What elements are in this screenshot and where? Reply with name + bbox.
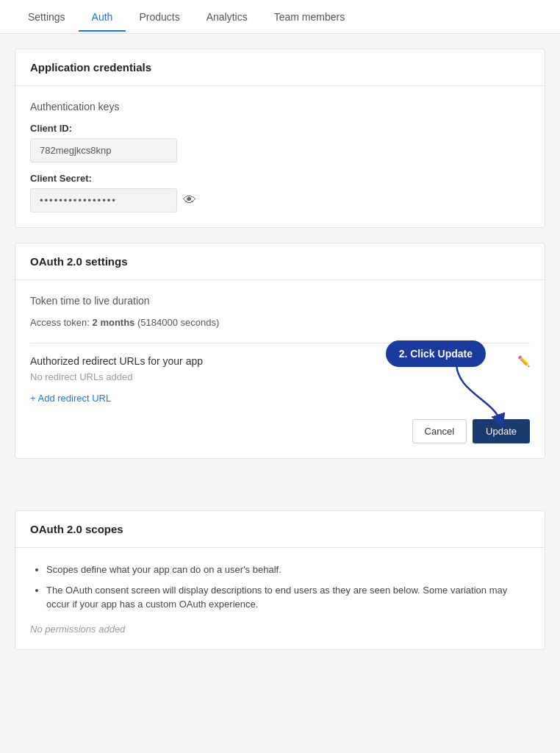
redirect-annotation-container: 2. Click Update Authorized redirect URLs…: [30, 355, 530, 443]
scope-item-1: Scopes define what your app can do on a …: [46, 563, 530, 577]
client-id-label: Client ID:: [30, 123, 530, 134]
client-secret-label: Client Secret:: [30, 173, 530, 184]
access-token-secondary: (5184000 seconds): [137, 317, 219, 328]
nav-item-team-members[interactable]: Team members: [261, 2, 358, 32]
top-navigation: Settings Auth Products Analytics Team me…: [0, 0, 560, 34]
nav-item-auth[interactable]: Auth: [79, 2, 126, 32]
oauth-settings-card: OAuth 2.0 settings Token time to live du…: [15, 243, 545, 459]
update-button[interactable]: Update: [473, 419, 530, 443]
toggle-secret-icon[interactable]: 👁: [183, 193, 196, 208]
app-credentials-card: Application credentials Authentication k…: [15, 49, 545, 228]
nav-item-settings[interactable]: Settings: [15, 2, 79, 32]
oauth-scopes-card: OAuth 2.0 scopes Scopes define what your…: [15, 510, 545, 650]
app-credentials-header: Application credentials: [15, 49, 545, 86]
annotation-bubble-2: 2. Click Update: [386, 340, 486, 367]
action-buttons-row: Cancel Update: [30, 419, 530, 443]
client-secret-value: ••••••••••••••••: [30, 188, 177, 213]
scope-item-2: The OAuth consent screen will display de…: [46, 583, 530, 612]
add-redirect-url-button[interactable]: + Add redirect URL: [30, 393, 111, 404]
scopes-list: Scopes define what your app can do on a …: [30, 563, 530, 612]
access-token-label: Access token: 2 months (5184000 seconds): [30, 317, 530, 328]
edit-icon[interactable]: ✏️: [517, 355, 530, 367]
token-duration-label: Token time to live duration: [30, 295, 530, 307]
client-id-value: 782megjkcs8knp: [30, 138, 177, 163]
nav-item-products[interactable]: Products: [126, 2, 193, 32]
no-permissions-label: No permissions added: [30, 624, 530, 635]
oauth-settings-header: OAuth 2.0 settings: [15, 243, 545, 280]
oauth-scopes-header: OAuth 2.0 scopes: [15, 511, 545, 548]
auth-keys-label: Authentication keys: [30, 101, 530, 113]
access-token-value: 2 months: [93, 317, 135, 328]
nav-item-analytics[interactable]: Analytics: [193, 2, 261, 32]
cancel-button[interactable]: Cancel: [412, 419, 467, 443]
no-redirect-label: No redirect URLs added: [30, 371, 203, 382]
redirect-urls-label: Authorized redirect URLs for your app: [30, 355, 203, 367]
